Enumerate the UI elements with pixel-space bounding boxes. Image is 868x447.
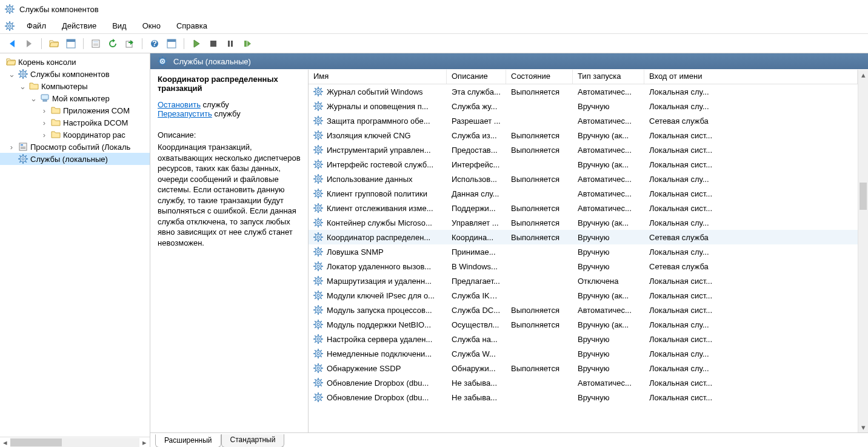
service-row[interactable]: Журнал событий WindowsЭта служба...Выпол… — [309, 84, 858, 99]
service-logon: Локальная слу... — [644, 217, 858, 229]
detail-pane: Координатор распределенных транзакций Ос… — [150, 70, 308, 432]
service-row[interactable]: Локатор удаленного вызов...В Windows...В… — [309, 259, 858, 274]
service-row[interactable]: Обнаружение SSDPОбнаружи...ВыполняетсяВр… — [309, 361, 858, 375]
tree-computers[interactable]: ⌄ Компьютеры — [0, 80, 150, 92]
back-button[interactable] — [5, 36, 19, 51]
collapse-icon[interactable]: ⌄ — [7, 70, 16, 79]
service-row[interactable]: Обновление Dropbox (dbu...Не забыва...Ав… — [309, 375, 858, 390]
service-row[interactable]: Защита программного обе...Разрешает ...А… — [309, 113, 858, 128]
gear-icon — [313, 116, 323, 126]
window-button[interactable] — [164, 36, 179, 51]
menu-help[interactable]: Справка — [170, 20, 213, 32]
tree-dtc[interactable]: › Координатор рас — [0, 129, 150, 141]
help-button[interactable] — [147, 36, 162, 51]
service-state: Выполняется — [506, 173, 573, 185]
expand-icon[interactable]: › — [40, 130, 48, 139]
service-row[interactable]: Немедленные подключени...Служба W...Вруч… — [309, 346, 858, 361]
service-logon: Локальная слу... — [644, 86, 858, 98]
col-name[interactable]: Имя — [309, 70, 447, 84]
service-desc: Эта служба... — [447, 86, 506, 98]
expand-icon[interactable]: › — [40, 106, 48, 115]
gear-icon — [313, 232, 323, 242]
service-row[interactable]: Модули ключей IPsec для о...Служба IKE..… — [309, 288, 858, 303]
service-row[interactable]: Клиент групповой политикиДанная слу...Ав… — [309, 186, 858, 201]
menu-action[interactable]: Действие — [56, 20, 102, 32]
col-desc[interactable]: Описание — [447, 70, 506, 84]
service-row[interactable]: Координатор распределен...Координа...Вып… — [309, 230, 858, 244]
scroll-up-icon[interactable]: ▴ — [858, 70, 869, 80]
service-name: Модуль поддержки NetBIO... — [327, 320, 431, 329]
refresh-button[interactable] — [105, 36, 120, 51]
service-state — [506, 381, 573, 384]
collapse-icon[interactable]: ⌄ — [18, 82, 27, 91]
tree-h-scrollbar[interactable]: ◂ ▸ — [0, 437, 150, 447]
restart-service-button[interactable] — [240, 36, 255, 51]
service-row[interactable]: Контейнер службы Microso...Управляет ...… — [309, 215, 858, 230]
service-logon: Локальная сист... — [644, 334, 858, 345]
stop-service-button[interactable] — [206, 36, 221, 51]
show-hide-tree-button[interactable] — [64, 36, 78, 51]
tree-dcom[interactable]: › Настройка DCOM — [0, 116, 150, 129]
desc-text: Координация транзакций, охватывающих нес… — [158, 142, 301, 248]
service-row[interactable]: Клиент отслеживания изме...Поддержи...Вы… — [309, 201, 858, 215]
properties-button[interactable] — [88, 36, 103, 51]
service-row[interactable]: Инструментарий управлен...Предостав...Вы… — [309, 143, 858, 157]
service-row[interactable]: Обновление Dropbox (dbu...Не забыва...Вр… — [309, 390, 858, 405]
tree-root[interactable]: Корень консоли — [0, 56, 150, 68]
service-start: Вручную (ак... — [573, 290, 644, 301]
scroll-down-icon[interactable]: ▾ — [858, 422, 869, 432]
expand-icon[interactable]: › — [40, 118, 48, 127]
start-service-button[interactable] — [189, 36, 204, 51]
up-button[interactable] — [47, 36, 61, 51]
service-start: Автоматичес... — [573, 144, 644, 156]
export-button[interactable] — [122, 36, 137, 51]
gear-icon — [313, 261, 323, 271]
collapse-icon[interactable]: ⌄ — [29, 94, 38, 103]
tree-services-local[interactable]: Службы (локальные) — [0, 153, 150, 165]
service-row[interactable]: Журналы и оповещения п...Служба жу...Вру… — [309, 99, 858, 113]
col-logon[interactable]: Вход от имени — [644, 70, 858, 84]
tab-standard[interactable]: Стандартный — [221, 434, 285, 447]
menu-window[interactable]: Окно — [136, 20, 167, 32]
service-row[interactable]: Настройка сервера удален...Служба на...В… — [309, 332, 858, 346]
scrollbar-thumb[interactable] — [10, 439, 62, 446]
scroll-right-icon[interactable]: ▸ — [139, 438, 150, 447]
col-state[interactable]: Состояние — [506, 70, 573, 84]
tree-event-viewer[interactable]: › Просмотр событий (Локаль — [0, 141, 150, 153]
pause-service-button[interactable] — [223, 36, 238, 51]
gear-icon — [313, 392, 323, 402]
service-state: Выполняется — [506, 217, 573, 229]
tree-com-apps[interactable]: › Приложения COM — [0, 104, 150, 116]
service-row[interactable]: Маршрутизация и удаленн...Предлагает...О… — [309, 274, 858, 288]
menu-file[interactable]: Файл — [21, 20, 52, 32]
service-start: Вручную (ак... — [573, 130, 644, 141]
list-v-scrollbar[interactable]: ▴ ▾ — [858, 70, 868, 432]
scrollbar-thumb[interactable] — [860, 183, 867, 210]
menu-view[interactable]: Вид — [106, 20, 133, 32]
gear-icon — [313, 291, 323, 300]
service-row[interactable]: Изоляция ключей CNGСлужба из...Выполняет… — [309, 128, 858, 143]
gear-icon — [313, 87, 323, 96]
gear-icon — [313, 145, 323, 155]
service-state: Выполняется — [506, 203, 573, 214]
tree-my-computer[interactable]: ⌄ Мой компьютер — [0, 92, 150, 104]
service-row[interactable]: Модуль поддержки NetBIO...Осуществл...Вы… — [309, 317, 858, 332]
scroll-left-icon[interactable]: ◂ — [0, 438, 10, 447]
gear-icon — [313, 378, 323, 388]
col-start[interactable]: Тип запуска — [573, 70, 644, 84]
tree-component-services[interactable]: ⌄ Службы компонентов — [0, 68, 150, 80]
service-logon: Локальная слу... — [644, 173, 858, 185]
service-row[interactable]: Модуль запуска процессов...Служба DC...В… — [309, 303, 858, 317]
restart-service-link[interactable]: Перезапустить — [158, 109, 212, 118]
service-row[interactable]: Интерфейс гостевой служб...Интерфейс...В… — [309, 157, 858, 172]
forward-button[interactable] — [22, 36, 36, 51]
service-row[interactable]: Ловушка SNMPПринимае...ВручнуюЛокальная … — [309, 244, 858, 259]
gear-icon — [313, 189, 323, 198]
service-row[interactable]: Использование данныхИспользов...Выполняе… — [309, 172, 858, 186]
service-state: Выполняется — [506, 144, 573, 156]
expand-icon[interactable]: › — [7, 143, 16, 152]
tab-extended[interactable]: Расширенный — [155, 434, 221, 447]
service-name: Интерфейс гостевой служб... — [327, 160, 433, 169]
stop-service-link[interactable]: Остановить — [158, 100, 201, 109]
gear-icon — [313, 363, 323, 373]
